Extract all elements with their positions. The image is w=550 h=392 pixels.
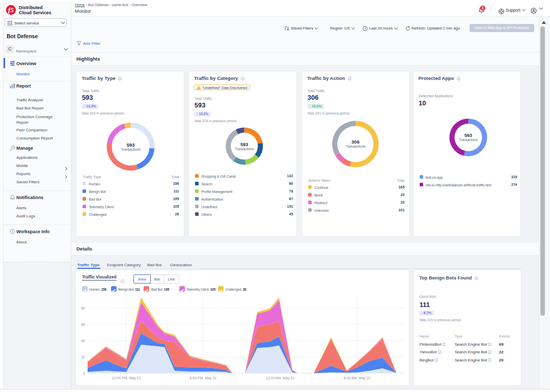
svg-text:6:00 PM, May 21: 6:00 PM, May 21 (190, 376, 217, 380)
svg-text:6:00 AM, May 22: 6:00 AM, May 22 (344, 376, 371, 380)
svg-text:Transactions: Transactions (346, 145, 366, 148)
svg-text:Transactions: Transactions (459, 138, 478, 142)
svg-text:593: 593 (240, 142, 248, 147)
svg-text:593: 593 (464, 133, 472, 138)
svg-text:80: 80 (81, 306, 85, 310)
svg-text:0: 0 (83, 372, 85, 375)
svg-text:12:00 AM, May 22: 12:00 AM, May 22 (266, 376, 295, 380)
svg-text:20: 20 (81, 355, 85, 359)
svg-text:f5: f5 (8, 6, 14, 14)
svg-text:593: 593 (127, 142, 135, 147)
svg-text:306: 306 (351, 139, 360, 145)
svg-text:Transactions: Transactions (121, 147, 141, 151)
svg-text:12:00 PM, May 21: 12:00 PM, May 21 (112, 376, 141, 380)
svg-text:40: 40 (81, 339, 85, 343)
svg-text:60: 60 (81, 323, 85, 326)
svg-text:Transactions: Transactions (235, 147, 255, 150)
